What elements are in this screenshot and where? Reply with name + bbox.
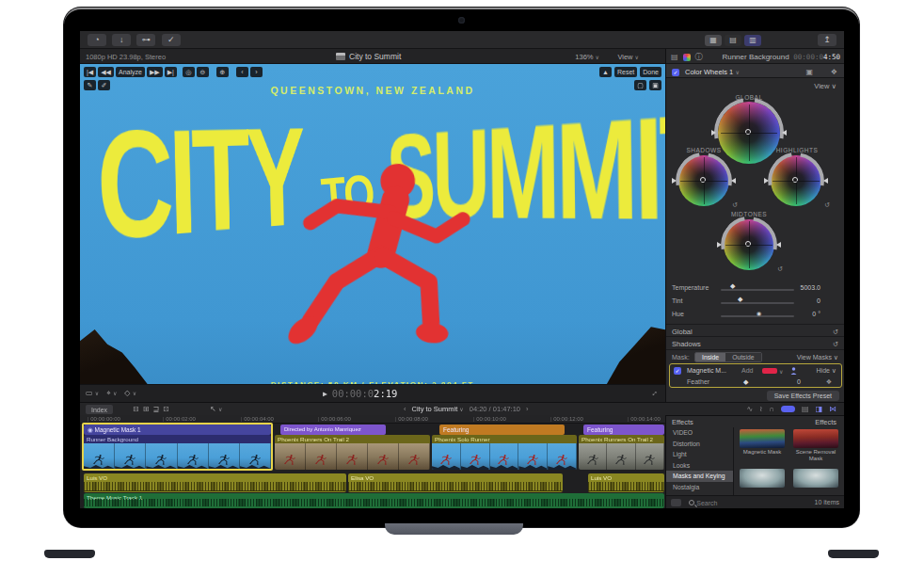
clip-appearance-icon[interactable]: ▤ <box>802 405 809 413</box>
next-mask-button[interactable]: › <box>250 67 263 77</box>
expand-viewer-icon[interactable]: ↔ <box>647 386 660 398</box>
audio-skimming-icon[interactable]: ≀ <box>759 405 762 413</box>
iris-subtract-button[interactable]: ⊖ <box>197 67 209 77</box>
tint-slider[interactable] <box>721 302 794 304</box>
save-effects-preset-button[interactable]: Save Effects Preset <box>767 391 839 401</box>
mask-color-swatch[interactable]: ∨ <box>762 368 783 375</box>
highlights-reset-icon[interactable]: ↺ <box>824 201 830 209</box>
highlights-color-wheel[interactable] <box>771 155 821 206</box>
media-browser-toggle-icon[interactable]: ⋈ <box>829 405 836 413</box>
clip-runner-background[interactable]: Runner Background <box>84 435 271 470</box>
timeline-back-chevron[interactable]: ‹ <box>404 405 406 413</box>
wheels-view-dropdown[interactable]: View ∨ <box>814 82 836 90</box>
global-color-wheel[interactable] <box>718 102 780 164</box>
done-button[interactable]: Done <box>640 67 661 77</box>
mask-add-dropdown[interactable]: Add <box>741 367 753 374</box>
skimming-icon[interactable]: ∿ <box>746 405 753 413</box>
reset-button[interactable]: Reset <box>614 67 637 77</box>
crop-icon[interactable]: ▢ <box>634 80 646 90</box>
distort-tool-dropdown[interactable]: ◇ ∨ <box>124 389 136 398</box>
shadows-color-wheel[interactable] <box>678 155 729 206</box>
view-masks-dropdown[interactable]: View Masks ∨ <box>797 354 838 361</box>
shadows-reset-icon[interactable]: ↺ <box>732 201 738 209</box>
clip-audio-elisa[interactable]: Elisa VO <box>348 473 563 492</box>
reset-icon[interactable]: ↺ <box>833 340 838 348</box>
midtones-color-wheel[interactable] <box>724 219 774 270</box>
analyze-button[interactable]: Analyze <box>116 67 145 77</box>
reset-icon[interactable]: ↺ <box>833 328 838 336</box>
mask-brush-add-icon[interactable]: ✎ <box>84 80 96 90</box>
effect-item-3[interactable] <box>739 469 786 488</box>
skip-forward-button[interactable]: ▶| <box>165 67 177 77</box>
prev-mask-button[interactable]: ‹ <box>236 67 248 77</box>
effect-enabled-checkbox[interactable]: ✓ <box>672 69 679 76</box>
inside-segment[interactable]: Inside <box>695 353 725 361</box>
shadows-group-row[interactable]: Shadows ↺ <box>666 336 844 348</box>
clip-audio-luis-1[interactable]: Luis VO <box>84 473 346 492</box>
effect-item-4[interactable] <box>792 469 839 488</box>
share-button[interactable]: ↥ <box>818 34 836 46</box>
mask-enabled-checkbox[interactable]: ✓ <box>674 367 681 375</box>
clip-audio-luis-2[interactable]: Luis VO <box>588 473 664 492</box>
clip-title-directed[interactable]: Directed by Antonio Manriquez <box>280 425 386 435</box>
midtones-reset-icon[interactable]: ↺ <box>777 265 783 273</box>
mask-inside-outside-segment[interactable]: Inside Outside <box>694 352 762 362</box>
crop-tool-dropdown[interactable]: ⌖ ∨ <box>106 389 117 398</box>
analysis-warning-icon[interactable]: ▲ <box>599 67 612 77</box>
clip-title-featuring-1[interactable]: Featuring <box>439 425 565 435</box>
mask-hide-dropdown[interactable]: Hide ∨ <box>817 367 836 375</box>
mask-brush-remove-icon[interactable]: ✐ <box>98 80 110 90</box>
category-nostalgia[interactable]: Nostalgia <box>666 482 733 493</box>
background-tasks-button[interactable]: ✓ <box>162 34 181 46</box>
category-video[interactable]: VIDEO <box>666 427 733 439</box>
effects-search-field[interactable]: Search <box>689 499 717 507</box>
effects-browser-toggle-icon[interactable]: ◨ <box>815 405 822 413</box>
feather-slider-thumb[interactable]: ◆ <box>743 378 748 386</box>
slider-thumb[interactable]: ◆ <box>730 282 735 290</box>
transform-tool-dropdown[interactable]: ▭ ∨ <box>86 389 99 398</box>
slider-thumb[interactable]: ◆ <box>738 296 742 303</box>
timeline-forward-chevron[interactable]: › <box>526 405 529 413</box>
clip-theme-music[interactable]: Theme Music Track 1 <box>84 493 664 508</box>
clip-title-featuring-2[interactable]: Featuring <box>583 425 664 435</box>
append-clip-icon[interactable]: ⊒ <box>152 405 159 413</box>
keyframe-icon[interactable]: ❖ <box>831 68 837 76</box>
effect-scene-removal-mask[interactable]: Scene Removal Mask <box>792 429 839 462</box>
outside-segment[interactable]: Outside <box>725 353 760 361</box>
slider-knob[interactable]: ◉ <box>757 310 761 316</box>
timeline-project-dropdown[interactable]: City to Summit ∨ <box>412 405 464 413</box>
viewer-view-dropdown[interactable]: View ∨ <box>617 53 639 61</box>
connect-clip-icon[interactable]: ⊟ <box>133 405 139 413</box>
solo-icon[interactable]: ∩ <box>769 405 774 413</box>
index-button[interactable]: Index <box>86 405 113 414</box>
clip-phoenix-trail-a[interactable]: Phoenix Runners On Trail 2 <box>275 435 430 470</box>
select-tool-dropdown[interactable]: ↖ ∨ <box>210 405 222 413</box>
category-light[interactable]: Light <box>666 449 733 460</box>
rewind-button[interactable]: ◀◀ <box>98 67 114 77</box>
overwrite-clip-icon[interactable]: ⊡ <box>163 405 169 413</box>
viewer-zoom-dropdown[interactable]: 136% ∨ <box>575 53 599 61</box>
fast-forward-button[interactable]: ▶▶ <box>147 67 163 77</box>
iris-add-button[interactable]: ◎ <box>183 67 195 77</box>
fit-icon[interactable]: ▣ <box>649 80 661 90</box>
keyword-editor-button[interactable]: ⊶ <box>136 34 155 46</box>
timeline-ruler[interactable]: 00:00:00:00 00:00:02:00 00:00:04:00 00:0… <box>80 415 665 424</box>
browser-grid-view-button[interactable]: ▦ <box>705 35 722 46</box>
effects-view-toggle[interactable] <box>671 499 681 506</box>
snapping-toggle[interactable] <box>781 406 795 412</box>
insert-clip-icon[interactable]: ⊞ <box>143 405 150 413</box>
color-wheels-row[interactable]: ✓ Color Wheels 1 ∨ ▣ ❖ <box>666 64 844 78</box>
skip-back-button[interactable]: |◀ <box>84 67 96 77</box>
browser-list-view-button[interactable]: ▥ <box>744 35 761 46</box>
clip-phoenix-solo[interactable]: Phoenix Solo Runner <box>432 435 577 470</box>
effect-magnetic-mask[interactable]: Magnetic Mask <box>739 429 786 456</box>
browser-filmstrip-view-button[interactable]: ▤ <box>725 35 741 46</box>
iris-mode-button[interactable]: ⊕ <box>216 67 229 77</box>
category-masks-and-keying[interactable]: Masks and Keying <box>666 471 733 482</box>
clip-magnetic-mask[interactable]: ◉ Magnetic Mask 1 <box>84 425 271 435</box>
import-media-button[interactable]: ↓ <box>112 34 131 46</box>
apply-effect-icon[interactable]: ▣ <box>805 68 813 76</box>
category-looks[interactable]: Looks <box>666 460 733 472</box>
category-distortion[interactable]: Distortion <box>666 439 733 450</box>
sidebar-toggle-button[interactable]: ◔ <box>88 34 106 46</box>
